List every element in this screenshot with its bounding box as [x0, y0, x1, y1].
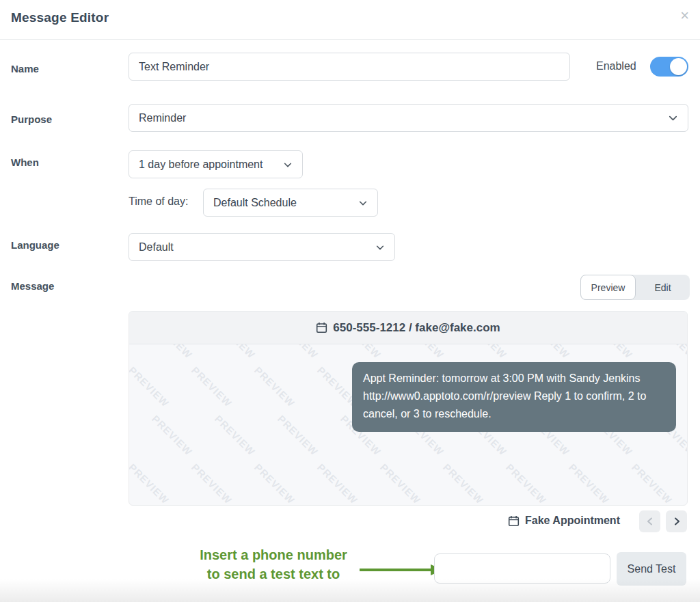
purpose-select[interactable]: Reminder [129, 104, 688, 132]
close-icon[interactable]: × [680, 8, 689, 23]
toggle-knob [670, 58, 687, 75]
preview-watermark-text: PREVIEW [441, 461, 486, 506]
sms-message-bubble: Appt Reminder: tomorrow at 3:00 PM with … [352, 362, 676, 432]
time-of-day-select-value: Default Schedule [213, 197, 297, 209]
language-select[interactable]: Default [129, 233, 395, 261]
preview-watermark-text: PREVIEW [315, 461, 360, 506]
purpose-select-value: Reminder [139, 112, 186, 124]
calendar-icon [508, 515, 520, 527]
preview-watermark-text: PREVIEW [567, 461, 612, 506]
language-label: Language [11, 239, 59, 251]
time-of-day-label: Time of day: [129, 195, 188, 208]
name-label: Name [11, 63, 39, 74]
preview-watermark-text: PREVIEW [150, 413, 195, 458]
purpose-label: Purpose [11, 113, 52, 125]
preview-watermark-text: PREVIEW [252, 364, 297, 409]
preview-watermark-text: PREVIEW [129, 364, 172, 409]
tab-preview[interactable]: Preview [580, 275, 636, 300]
next-appointment-button[interactable] [666, 510, 687, 532]
header-divider [0, 39, 700, 40]
preview-recipient-bar: 650-555-1212 / fake@fake.com [129, 312, 687, 344]
preview-watermark-text: PREVIEW [252, 461, 297, 506]
chevron-down-icon [375, 243, 385, 252]
annotation-line-1: Insert a phone number [164, 546, 383, 565]
preview-watermark-text: PREVIEW [504, 461, 549, 506]
message-preview-panel: 650-555-1212 / fake@fake.com PREVIEWPREV… [129, 311, 688, 506]
test-phone-input[interactable] [434, 553, 610, 584]
preview-watermark-text: PREVIEW [275, 413, 321, 458]
message-editor-dialog: Message Editor × Name Enabled Purpose Re… [0, 0, 700, 602]
message-mode-tabs: Preview Edit [580, 275, 690, 300]
preview-watermark-text: PREVIEW [189, 364, 234, 409]
preview-watermark-text: PREVIEW [630, 461, 675, 506]
green-arrow-icon [360, 564, 443, 575]
message-label: Message [11, 280, 54, 292]
dialog-title: Message Editor [11, 10, 109, 25]
chevron-right-icon [671, 516, 682, 527]
chevron-down-icon [283, 160, 293, 169]
when-select[interactable]: 1 day before appointment [129, 150, 303, 178]
fake-appointment-label-row: Fake Appointment [508, 515, 620, 527]
test-send-annotation: Insert a phone number to send a test tex… [164, 546, 383, 584]
preview-watermark-text: PREVIEW [129, 461, 172, 506]
preview-watermark-text: PREVIEW [213, 413, 258, 458]
send-test-button[interactable]: Send Test [617, 552, 686, 586]
calendar-icon [316, 322, 327, 333]
fake-appointment-label: Fake Appointment [525, 515, 620, 527]
preview-recipient-text: 650-555-1212 / fake@fake.com [333, 321, 500, 335]
enabled-toggle[interactable] [650, 57, 688, 77]
preview-watermark-text: PREVIEW [378, 461, 423, 506]
when-select-value: 1 day before appointment [139, 159, 262, 171]
annotation-line-2: to send a test text to [164, 565, 383, 584]
preview-watermark-text: PREVIEW [189, 461, 234, 506]
when-label: When [11, 156, 39, 168]
language-select-value: Default [139, 241, 174, 254]
chevron-down-icon [358, 198, 368, 208]
time-of-day-select[interactable]: Default Schedule [203, 189, 378, 217]
tab-edit[interactable]: Edit [636, 275, 690, 300]
chevron-down-icon [668, 113, 678, 123]
chevron-left-icon [645, 516, 656, 527]
enabled-label: Enabled [596, 60, 636, 72]
name-input[interactable] [129, 53, 570, 81]
previous-appointment-button[interactable] [639, 510, 660, 532]
